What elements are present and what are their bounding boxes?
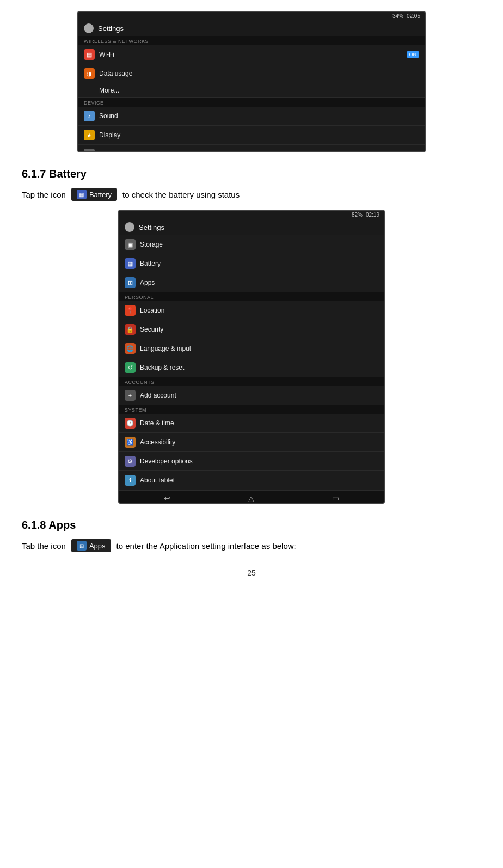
- section-618-post: to enter the Application setting interfa…: [116, 541, 296, 551]
- mid-developer-label: Developer options: [140, 457, 193, 465]
- storage-label-top: Storage: [99, 150, 122, 152]
- mid-battery-item[interactable]: ▦ Battery: [119, 254, 384, 273]
- mid-language-label: Language & input: [140, 345, 191, 352]
- device-section-header: DEVICE: [78, 98, 425, 107]
- top-time: 02:05: [407, 13, 420, 19]
- mid-battery-icon: ▦: [125, 258, 136, 269]
- mid-about-item[interactable]: ℹ About tablet: [119, 471, 384, 490]
- mid-gear-icon: [125, 222, 134, 232]
- mid-nav-bar: ↩ △ ▭: [119, 490, 384, 504]
- section-618: 6.1.8 Apps Tab the icon ⊞ Apps to enter …: [22, 519, 481, 552]
- mid-storage-icon: ▣: [125, 239, 136, 250]
- gear-icon: [84, 23, 94, 33]
- mid-battery: 82%: [352, 212, 363, 218]
- top-title: Settings: [98, 25, 124, 33]
- section-617: 6.1.7 Battery Tap the icon ▦ Battery to …: [22, 168, 481, 201]
- mid-developer-icon: ⚙: [125, 456, 136, 467]
- mid-backup-item[interactable]: ↺ Backup & reset: [119, 358, 384, 377]
- mid-datetime-label: Date & time: [140, 419, 174, 427]
- mid-apps-icon: ⊞: [125, 277, 136, 288]
- mid-datetime-item[interactable]: 🕐 Date & time: [119, 414, 384, 433]
- storage-icon-top: ▣: [84, 149, 95, 152]
- section-617-para: Tap the icon ▦ Battery to check the batt…: [22, 188, 481, 201]
- sound-item[interactable]: ♪ Sound: [78, 107, 425, 126]
- mid-language-icon: 🌐: [125, 343, 136, 354]
- display-icon: ★: [84, 130, 95, 140]
- mid-nav-recents[interactable]: ▭: [332, 494, 339, 503]
- sound-icon: ♪: [84, 111, 95, 121]
- mid-battery-label: Battery: [140, 260, 161, 267]
- mid-time: 02:19: [366, 212, 379, 218]
- mid-security-icon: 🔒: [125, 324, 136, 335]
- top-title-bar: Settings: [78, 20, 425, 36]
- top-battery: 34%: [392, 13, 403, 19]
- storage-item-top[interactable]: ▣ Storage: [78, 145, 425, 152]
- data-usage-item[interactable]: ◑ Data usage: [78, 64, 425, 83]
- battery-badge-label: Battery: [89, 191, 112, 199]
- mid-language-item[interactable]: 🌐 Language & input: [119, 339, 384, 358]
- mid-title: Settings: [139, 223, 164, 231]
- mid-about-icon: ℹ: [125, 475, 136, 486]
- mid-storage-item[interactable]: ▣ Storage: [119, 235, 384, 254]
- wireless-section-header: WIRELESS & NETWORKS: [78, 36, 425, 45]
- mid-backup-icon: ↺: [125, 362, 136, 373]
- top-status-bar: 34% 02:05: [78, 12, 425, 20]
- mid-nav-home[interactable]: △: [248, 494, 254, 503]
- section-618-para: Tab the icon ⊞ Apps to enter the Applica…: [22, 539, 481, 552]
- section-618-pre: Tab the icon: [22, 541, 66, 551]
- sound-label: Sound: [99, 112, 118, 120]
- mid-apps-item[interactable]: ⊞ Apps: [119, 273, 384, 292]
- mid-security-label: Security: [140, 326, 163, 333]
- accounts-section-header: ACCOUNTS: [119, 377, 384, 386]
- mid-accessibility-item[interactable]: ♿ Accessibility: [119, 433, 384, 452]
- mid-addaccount-icon: +: [125, 390, 136, 401]
- wifi-item[interactable]: ▤ Wi-Fi ON: [78, 45, 425, 64]
- page-number: 25: [22, 569, 481, 577]
- mid-apps-label: Apps: [140, 279, 155, 286]
- system-section-header: SYSTEM: [119, 405, 384, 414]
- wifi-label: Wi-Fi: [99, 51, 114, 58]
- data-usage-icon: ◑: [84, 68, 95, 79]
- display-label: Display: [99, 131, 120, 139]
- mid-datetime-icon: 🕐: [125, 418, 136, 429]
- wifi-icon: ▤: [84, 49, 95, 60]
- more-item[interactable]: More...: [78, 83, 425, 98]
- mid-status-bar: 82% 02:19: [119, 211, 384, 219]
- data-usage-label: Data usage: [99, 70, 132, 77]
- mid-location-item[interactable]: 📍 Location: [119, 301, 384, 320]
- section-617-title: 6.1.7 Battery: [22, 168, 481, 180]
- battery-badge-icon: ▦: [77, 190, 87, 199]
- mid-location-label: Location: [140, 307, 164, 314]
- mid-location-icon: 📍: [125, 305, 136, 316]
- battery-badge: ▦ Battery: [71, 188, 117, 201]
- mid-addaccount-label: Add account: [140, 392, 176, 399]
- top-screenshot-container: 34% 02:05 Settings WIRELESS & NETWORKS ▤…: [22, 11, 481, 152]
- section-617-post: to check the battery using status: [122, 190, 240, 199]
- wifi-on-badge: ON: [407, 51, 420, 58]
- display-item[interactable]: ★ Display: [78, 126, 425, 145]
- mid-screenshot-container: 82% 02:19 Settings ▣ Storage ▦ Battery ⊞…: [22, 210, 481, 504]
- apps-badge-icon: ⊞: [77, 541, 87, 551]
- mid-title-bar: Settings: [119, 219, 384, 235]
- mid-phone-screen: 82% 02:19 Settings ▣ Storage ▦ Battery ⊞…: [118, 210, 385, 504]
- mid-storage-label: Storage: [140, 241, 163, 248]
- apps-badge: ⊞ Apps: [71, 539, 111, 552]
- section-618-title: 6.1.8 Apps: [22, 519, 481, 531]
- mid-developer-item[interactable]: ⚙ Developer options: [119, 452, 384, 471]
- top-phone-screen: 34% 02:05 Settings WIRELESS & NETWORKS ▤…: [77, 11, 426, 152]
- more-label: More...: [99, 87, 119, 94]
- section-617-pre: Tap the icon: [22, 190, 66, 199]
- mid-about-label: About tablet: [140, 476, 175, 484]
- apps-badge-label: Apps: [89, 542, 106, 550]
- mid-accessibility-label: Accessibility: [140, 438, 175, 446]
- mid-security-item[interactable]: 🔒 Security: [119, 320, 384, 339]
- mid-addaccount-item[interactable]: + Add account: [119, 386, 384, 405]
- mid-backup-label: Backup & reset: [140, 364, 184, 371]
- personal-section-header: PERSONAL: [119, 292, 384, 301]
- mid-accessibility-icon: ♿: [125, 437, 136, 448]
- mid-nav-back[interactable]: ↩: [164, 494, 170, 503]
